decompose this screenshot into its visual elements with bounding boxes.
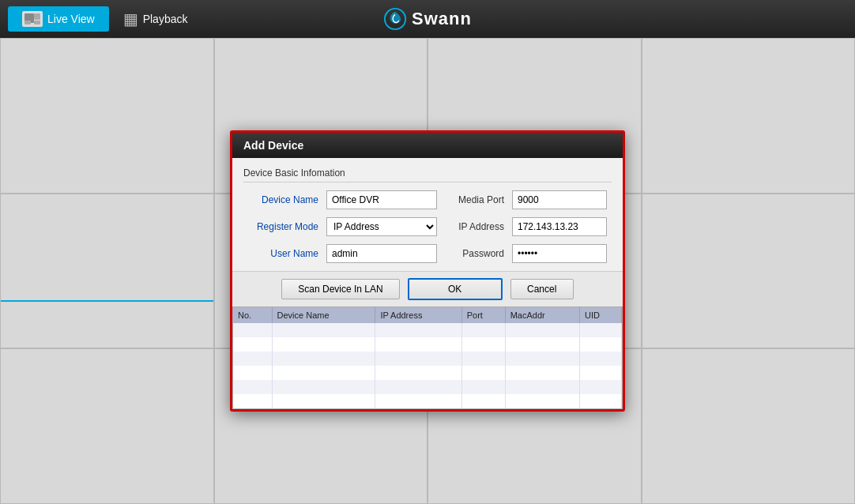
logo-area: Swann xyxy=(383,7,472,31)
register-mode-select[interactable]: IP Address Domain Name Serial Number xyxy=(326,217,437,236)
logo-text: Swann xyxy=(412,9,472,29)
form-row-1: Device Name Media Port xyxy=(243,190,612,209)
nav-area: Live View ▦ Playback xyxy=(8,5,202,33)
col-uid: UID xyxy=(580,307,622,323)
playback-icon: ▦ xyxy=(123,9,138,28)
register-mode-label: Register Mode xyxy=(243,221,318,232)
col-no: No. xyxy=(233,307,272,323)
dialog-body: Device Basic Infomation Device Name Medi… xyxy=(232,158,623,263)
scan-device-btn[interactable]: Scan Device In LAN xyxy=(281,279,399,299)
main-content: Add Device Device Basic Infomation Devic… xyxy=(0,38,855,504)
device-name-input[interactable] xyxy=(326,190,437,209)
col-ip-address: IP Address xyxy=(375,307,461,323)
device-table-body xyxy=(233,323,622,408)
form-row-2: Register Mode IP Address Domain Name Ser… xyxy=(243,217,612,236)
form-row-3: User Name Password xyxy=(243,244,612,263)
btn-row: Scan Device In LAN OK Cancel xyxy=(232,271,623,307)
cancel-btn[interactable]: Cancel xyxy=(510,279,574,299)
playback-btn[interactable]: ▦ Playback xyxy=(109,5,202,33)
table-row xyxy=(233,337,622,352)
table-row xyxy=(233,380,622,394)
live-view-icon xyxy=(22,11,43,27)
user-name-label: User Name xyxy=(243,248,318,259)
table-row xyxy=(233,352,622,366)
add-device-dialog: Add Device Device Basic Infomation Devic… xyxy=(230,130,625,412)
dialog-overlay: Add Device Device Basic Infomation Devic… xyxy=(0,38,855,504)
ip-address-input[interactable] xyxy=(512,217,607,236)
media-port-label: Media Port xyxy=(445,194,504,205)
password-label: Password xyxy=(445,248,504,259)
device-table: No. Device Name IP Address Port MacAddr … xyxy=(233,307,622,408)
table-row xyxy=(233,323,622,337)
live-view-btn[interactable]: Live View xyxy=(8,6,109,32)
user-name-input[interactable] xyxy=(326,244,437,263)
col-device-name: Device Name xyxy=(272,307,375,323)
password-input[interactable] xyxy=(512,244,607,263)
topbar: Live View ▦ Playback Swann xyxy=(0,0,855,38)
device-table-wrapper: No. Device Name IP Address Port MacAddr … xyxy=(232,307,623,409)
dialog-titlebar: Add Device xyxy=(232,133,623,158)
live-view-label: Live View xyxy=(47,13,95,25)
ip-address-label: IP Address xyxy=(445,221,504,232)
playback-label: Playback xyxy=(143,13,188,25)
table-header-row: No. Device Name IP Address Port MacAddr … xyxy=(233,307,622,323)
col-macaddr: MacAddr xyxy=(505,307,579,323)
swann-logo-icon xyxy=(383,7,407,31)
dialog-title: Add Device xyxy=(243,139,303,152)
media-port-input[interactable] xyxy=(512,190,607,209)
table-row xyxy=(233,366,622,380)
table-row xyxy=(233,394,622,408)
section-label: Device Basic Infomation xyxy=(243,167,612,182)
col-port: Port xyxy=(461,307,505,323)
ok-btn[interactable]: OK xyxy=(408,278,503,300)
device-name-label: Device Name xyxy=(243,194,318,205)
